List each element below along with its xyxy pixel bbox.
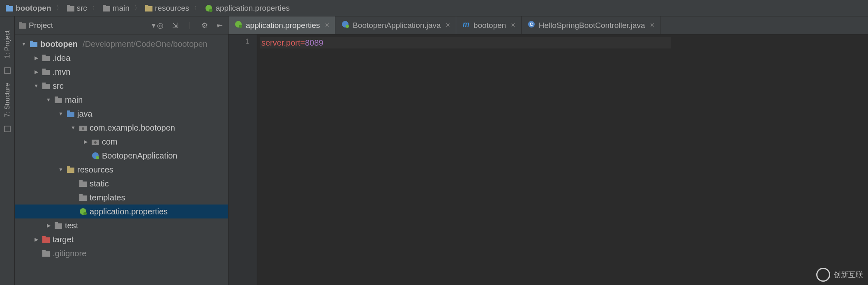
tree-arrow-icon[interactable]: ▼ xyxy=(45,97,52,103)
tree-label: bootopen xyxy=(40,39,78,49)
svg-rect-11 xyxy=(5,126,10,132)
project-icon xyxy=(3,67,12,75)
structure-icon xyxy=(3,125,12,133)
tree-row[interactable]: ▶.mvn xyxy=(15,65,228,79)
close-icon[interactable]: × xyxy=(446,21,450,30)
folder-icon xyxy=(54,97,62,103)
tree-row[interactable]: ▼resources xyxy=(15,163,228,177)
svg-rect-15 xyxy=(30,41,33,43)
code-editor[interactable]: 1 server.port=8089 xyxy=(229,34,868,285)
tree-row[interactable]: BootopenApplication xyxy=(15,149,228,163)
tree-row[interactable]: ▼main xyxy=(15,93,228,107)
editor-tab[interactable]: BootopenApplication.java× xyxy=(335,16,456,34)
project-tree[interactable]: ▼bootopen/Development/CodeOne/bootopen▶.… xyxy=(15,34,228,285)
package-icon xyxy=(79,124,87,131)
tree-label: main xyxy=(65,95,83,105)
svg-point-27 xyxy=(82,127,84,130)
main-layout: 1: Project7: Structure Project ▾ ◎ ⇲ | ⚙… xyxy=(0,16,868,285)
tree-row[interactable]: ▶target xyxy=(15,232,228,246)
locate-icon[interactable]: ◎ xyxy=(156,21,165,30)
tree-label: src xyxy=(53,81,64,91)
svg-text:C: C xyxy=(530,22,533,27)
spring-prop-icon xyxy=(234,20,242,30)
package-icon xyxy=(91,138,99,145)
svg-rect-3 xyxy=(67,5,70,7)
hide-icon[interactable]: ⇤ xyxy=(215,21,224,30)
tree-row[interactable]: application.properties xyxy=(15,205,228,218)
code-body[interactable]: server.port=8089 xyxy=(257,34,671,285)
tree-arrow-icon[interactable]: ▶ xyxy=(33,69,39,75)
editor-tab[interactable]: application.properties× xyxy=(229,16,335,34)
tree-row[interactable]: ▶test xyxy=(15,218,228,232)
editor-tab[interactable]: mbootopen× xyxy=(456,16,522,34)
sidebar-actions: ◎ ⇲ | ⚙ ⇤ xyxy=(156,21,224,30)
tree-row[interactable]: ▶com xyxy=(15,135,228,149)
tree-row[interactable]: ▼com.example.bootopen xyxy=(15,121,228,135)
breadcrumb-item[interactable]: application.properties xyxy=(202,3,292,14)
svg-rect-43 xyxy=(42,236,46,238)
svg-rect-23 xyxy=(55,97,58,99)
tree-arrow-icon[interactable]: ▼ xyxy=(70,125,76,131)
gear-icon[interactable]: ⚙ xyxy=(200,21,209,30)
tree-row[interactable]: static xyxy=(15,177,228,191)
folder-icon xyxy=(54,222,62,229)
close-icon[interactable]: × xyxy=(325,21,330,30)
collapse-icon[interactable]: ⇲ xyxy=(171,21,180,30)
svg-rect-25 xyxy=(67,110,70,113)
tree-arrow-icon[interactable]: ▶ xyxy=(33,237,39,242)
left-tool-strip: 1: Project7: Structure xyxy=(0,16,15,285)
tree-label: .idea xyxy=(53,53,70,63)
chevron-right-icon: 〉 xyxy=(193,5,201,12)
tab-label: HelloSpringBootController.java xyxy=(539,21,645,30)
sidebar-title-text: Project xyxy=(29,21,53,30)
tree-arrow-icon[interactable]: ▶ xyxy=(33,55,39,61)
close-icon[interactable]: × xyxy=(511,21,515,30)
svg-rect-37 xyxy=(79,194,83,196)
code-line[interactable]: server.port=8089 xyxy=(260,37,671,48)
tab-label: application.properties xyxy=(246,21,320,30)
sidebar-title-dropdown[interactable]: Project ▾ xyxy=(19,21,156,30)
svg-point-39 xyxy=(83,212,87,215)
editor-tab[interactable]: CHelloSpringBootController.java× xyxy=(522,16,660,34)
tree-arrow-icon[interactable]: ▼ xyxy=(21,41,27,47)
tree-arrow-icon[interactable]: ▼ xyxy=(33,83,39,89)
breadcrumb-label: bootopen xyxy=(16,4,51,13)
tree-arrow-icon[interactable]: ▼ xyxy=(58,167,64,172)
property-value: 8089 xyxy=(305,38,323,48)
breadcrumb-item[interactable]: bootopen xyxy=(3,3,54,14)
tree-row[interactable]: templates xyxy=(15,191,228,205)
svg-rect-33 xyxy=(67,166,70,168)
tree-label: .gitignore xyxy=(53,249,86,258)
svg-rect-19 xyxy=(42,69,46,71)
tree-row[interactable]: .gitignore xyxy=(15,246,228,260)
tree-arrow-icon[interactable]: ▼ xyxy=(58,111,64,117)
tree-arrow-icon[interactable]: ▶ xyxy=(45,223,52,228)
breadcrumb-item[interactable]: src xyxy=(65,3,90,14)
tree-row[interactable]: ▼bootopen/Development/CodeOne/bootopen xyxy=(15,37,228,51)
tree-label: resources xyxy=(77,165,113,175)
tree-label: .mvn xyxy=(53,67,70,77)
tree-label: application.properties xyxy=(90,207,168,216)
watermark-logo-icon xyxy=(816,268,830,282)
svg-rect-13 xyxy=(19,22,22,24)
breadcrumb-item[interactable]: resources xyxy=(143,3,192,14)
resources-icon xyxy=(67,166,75,173)
breadcrumb-item[interactable]: main xyxy=(100,3,132,14)
folder-icon xyxy=(79,180,87,187)
tree-arrow-icon[interactable]: ▶ xyxy=(82,139,89,145)
tree-row[interactable]: ▼src xyxy=(15,79,228,93)
tree-label: templates xyxy=(90,193,125,202)
svg-rect-10 xyxy=(5,68,10,74)
svg-point-31 xyxy=(96,156,99,159)
svg-rect-5 xyxy=(103,5,106,7)
svg-rect-21 xyxy=(42,83,46,85)
close-icon[interactable]: × xyxy=(650,21,655,30)
excluded-icon xyxy=(42,236,50,243)
tree-row[interactable]: ▶.idea xyxy=(15,51,228,65)
tree-row[interactable]: ▼java xyxy=(15,107,228,121)
tool-window-tab[interactable]: 1: Project xyxy=(2,26,13,62)
breadcrumb-label: main xyxy=(113,4,129,13)
class-icon: C xyxy=(527,20,536,30)
svg-rect-1 xyxy=(6,5,9,7)
tool-window-tab[interactable]: 7: Structure xyxy=(2,79,13,121)
